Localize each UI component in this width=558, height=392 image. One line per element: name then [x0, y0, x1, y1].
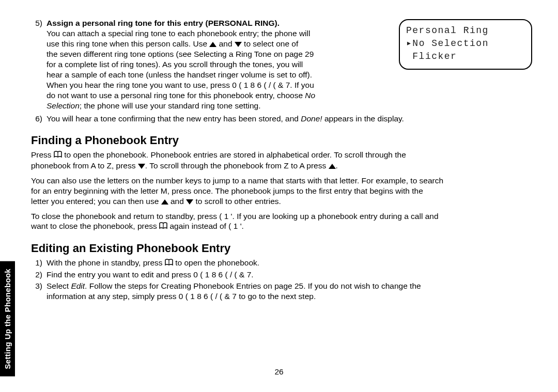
down-arrow-icon — [186, 197, 193, 207]
step5-l5: hear a sample of each tone (unless the h… — [47, 70, 390, 80]
finding-p1: Press to open the phonebook. Phonebook e… — [31, 150, 532, 171]
section-tab: Setting Up the Phonebook — [0, 261, 15, 377]
page-number: 26 — [274, 367, 283, 377]
svg-marker-4 — [329, 164, 336, 169]
step5-l2: use this ring tone when this person call… — [47, 39, 390, 50]
edit-step-1-text: With the phone in standby, press to open… — [47, 258, 532, 269]
svg-marker-5 — [161, 199, 168, 205]
step5-l3: the seven different ring tone options (s… — [47, 49, 390, 59]
svg-marker-1 — [235, 42, 242, 47]
book-icon — [165, 258, 173, 269]
svg-marker-0 — [209, 42, 216, 47]
down-arrow-icon — [138, 161, 145, 171]
down-arrow-icon — [235, 39, 242, 50]
lcd-screen: Personal Ring ▸No Selection Flicker — [399, 19, 532, 70]
step5-l7: do not want to use a personal ring tone … — [47, 90, 532, 101]
content-area: 5) Assign a personal ring tone for this … — [31, 18, 532, 302]
finding-p2: You can also use the letters on the numb… — [31, 176, 532, 207]
up-arrow-icon — [209, 39, 216, 50]
edit-step-1: 1) With the phone in standby, press to o… — [31, 258, 532, 269]
step-5: 5) Assign a personal ring tone for this … — [31, 18, 532, 111]
lcd-line-3: Flicker — [406, 50, 525, 63]
edit-step-3: 3) Select Edit. Follow the steps for Cre… — [31, 281, 532, 302]
edit-step-2: 2) Find the entry you want to edit and p… — [31, 270, 532, 280]
svg-marker-6 — [186, 199, 193, 205]
step-number: 3) — [31, 281, 42, 302]
step-number: 1) — [31, 258, 42, 269]
step-number: 2) — [31, 270, 42, 280]
step-6: 6) You will hear a tone confirming that … — [31, 114, 532, 124]
up-arrow-icon — [329, 161, 336, 171]
edit-step-2-text: Find the entry you want to edit and pres… — [47, 270, 532, 280]
step-6-text: You will hear a tone confirming that the… — [47, 114, 404, 124]
step5-l6: When you hear the ring tone you want to … — [47, 80, 532, 90]
book-icon — [159, 222, 167, 232]
up-arrow-icon — [161, 197, 168, 207]
edit-step-3-text: Select Edit. Follow the steps for Creati… — [47, 281, 532, 302]
step5-l1: You can attach a special ring tone to ea… — [47, 28, 390, 39]
page-container: 5) Assign a personal ring tone for this … — [0, 0, 558, 392]
finding-p3: To close the phonebook and return to sta… — [31, 211, 532, 232]
editing-heading: Editing an Existing Phonebook Entry — [31, 241, 532, 256]
step-5-body: Assign a personal ring tone for this ent… — [47, 18, 532, 111]
step-number: 5) — [31, 18, 42, 28]
lcd-line-2: ▸No Selection — [406, 37, 525, 50]
lcd-line-1: Personal Ring — [406, 24, 525, 37]
step-5-title: Assign a personal ring tone for this ent… — [47, 18, 390, 28]
book-icon — [54, 150, 62, 161]
step-number: 6) — [31, 114, 42, 124]
step5-l8: Selection; the phone will use your stand… — [47, 101, 532, 111]
svg-marker-3 — [138, 164, 145, 169]
finding-heading: Finding a Phonebook Entry — [31, 133, 532, 148]
step5-l4: for a complete list of ring tones). As y… — [47, 59, 390, 70]
